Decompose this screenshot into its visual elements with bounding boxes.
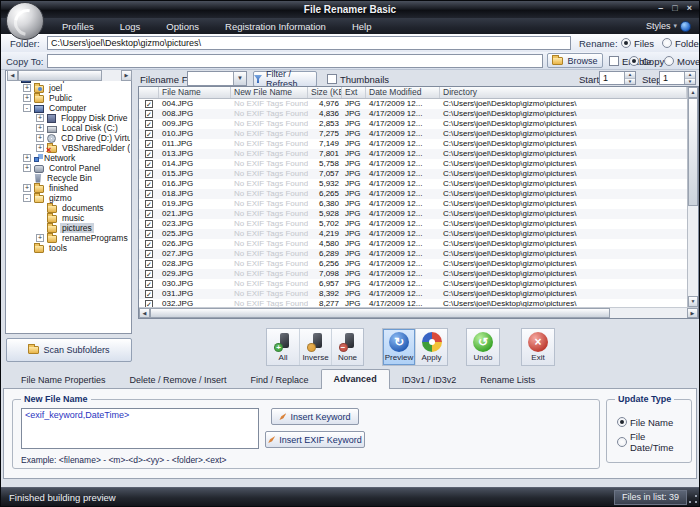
row-checkbox[interactable]: ✓ bbox=[145, 290, 153, 298]
column-header-checkbox[interactable] bbox=[139, 87, 159, 98]
browse-button[interactable]: Browse bbox=[547, 53, 603, 68]
tree-expand-toggle-icon[interactable]: - bbox=[23, 104, 31, 112]
scrollbar-thumb[interactable] bbox=[18, 70, 102, 81]
thumbnails-checkbox[interactable]: Thumbnails bbox=[327, 73, 389, 85]
filter-refresh-button[interactable]: Filter / Refresh bbox=[253, 71, 317, 87]
tree-item-cd-drive-d-virtualbox-guest[interactable]: +CD Drive (D:) VirtualBox Guest bbox=[8, 133, 130, 143]
row-checkbox[interactable]: ✓ bbox=[145, 280, 153, 288]
menu-item-help[interactable]: Help bbox=[339, 18, 385, 34]
tree-expand-toggle-icon[interactable]: + bbox=[23, 154, 31, 162]
table-row[interactable]: ✓032.JPGNo EXIF Tags Found8,277JPG4/17/2… bbox=[139, 299, 687, 307]
row-checkbox[interactable]: ✓ bbox=[145, 180, 153, 188]
exit-button[interactable]: ×Exit bbox=[522, 329, 554, 365]
row-checkbox[interactable]: ✓ bbox=[145, 110, 153, 118]
table-row[interactable]: ✓025.JPGNo EXIF Tags Found4,219JPG4/17/2… bbox=[139, 229, 687, 239]
table-row[interactable]: ✓008.JPGNo EXIF Tags Found4,836JPG4/17/2… bbox=[139, 109, 687, 119]
rename-folders-radio[interactable]: Folders bbox=[662, 37, 700, 49]
row-checkbox[interactable]: ✓ bbox=[145, 170, 153, 178]
tree-expand-toggle-icon[interactable]: + bbox=[23, 84, 31, 92]
table-row[interactable]: ✓027.JPGNo EXIF Tags Found6,289JPG4/17/2… bbox=[139, 249, 687, 259]
tab-rename-lists[interactable]: Rename Lists bbox=[468, 372, 547, 389]
row-checkbox[interactable]: ✓ bbox=[145, 200, 153, 208]
close-button[interactable]: × bbox=[687, 2, 692, 15]
scan-subfolders-button[interactable]: Scan Subfolders bbox=[6, 338, 132, 362]
title-bar[interactable]: File Renamer Basic – □ × bbox=[1, 1, 699, 18]
copy-to-input[interactable] bbox=[47, 54, 543, 68]
table-row[interactable]: ✓010.JPGNo EXIF Tags Found7,275JPG4/17/2… bbox=[139, 129, 687, 139]
column-header-ext[interactable]: Ext bbox=[342, 87, 366, 98]
row-checkbox[interactable]: ✓ bbox=[145, 250, 153, 258]
table-row[interactable]: ✓013.JPGNo EXIF Tags Found7,801JPG4/17/2… bbox=[139, 149, 687, 159]
tree-expand-toggle-icon[interactable]: + bbox=[23, 184, 31, 192]
tree-item-documents[interactable]: documents bbox=[8, 203, 130, 213]
none-button[interactable]: −None bbox=[331, 329, 363, 365]
tree-expand-toggle-icon[interactable]: + bbox=[23, 164, 31, 172]
row-checkbox[interactable]: ✓ bbox=[145, 220, 153, 228]
apply-button[interactable]: Apply bbox=[415, 329, 447, 365]
table-row[interactable]: ✓004.JPGNo EXIF Tags Found4,976JPG4/17/2… bbox=[139, 99, 687, 109]
spinner-buttons[interactable]: ▲▼ bbox=[624, 72, 635, 84]
tree-item-renameprograms[interactable]: +renamePrograms bbox=[8, 233, 130, 243]
update-type-file-name-radio[interactable]: File Name bbox=[617, 416, 673, 428]
combo-dropdown-icon[interactable]: ▼ bbox=[233, 72, 246, 85]
scroll-right-icon[interactable]: ▶ bbox=[121, 70, 132, 81]
column-header-file-name[interactable]: File Name bbox=[159, 87, 231, 98]
table-row[interactable]: ✓030.JPGNo EXIF Tags Found6,957JPG4/17/2… bbox=[139, 279, 687, 289]
row-checkbox[interactable]: ✓ bbox=[145, 210, 153, 218]
tree-item-finished[interactable]: +finished bbox=[8, 183, 130, 193]
scroll-left-icon[interactable]: ◀ bbox=[7, 70, 18, 81]
tree-expand-toggle-icon[interactable]: + bbox=[36, 124, 44, 132]
menu-item-logs[interactable]: Logs bbox=[107, 18, 154, 34]
table-vertical-scrollbar[interactable]: ▲ ▼ bbox=[687, 87, 698, 307]
scroll-right-icon[interactable]: ▶ bbox=[687, 308, 698, 318]
maximize-button[interactable]: □ bbox=[672, 2, 677, 15]
table-row[interactable]: ✓031.JPGNo EXIF Tags Found8,392JPG4/17/2… bbox=[139, 289, 687, 299]
tree-expand-toggle-icon[interactable]: + bbox=[23, 94, 31, 102]
insert-keyword-button[interactable]: Insert Keyword bbox=[271, 408, 359, 425]
tab-find-replace[interactable]: Find / Replace bbox=[239, 372, 321, 389]
preview-button[interactable]: ↻Preview bbox=[383, 329, 415, 365]
tree-item-gizmo[interactable]: -gizmo bbox=[8, 193, 130, 203]
minimize-button[interactable]: – bbox=[658, 2, 663, 15]
tree-item-public[interactable]: +Public bbox=[8, 93, 130, 103]
tree-expand-toggle-icon[interactable]: + bbox=[36, 234, 44, 242]
table-row[interactable]: ✓016.JPGNo EXIF Tags Found5,932JPG4/17/2… bbox=[139, 179, 687, 189]
tab-id3v1-id3v2[interactable]: ID3v1 / ID3v2 bbox=[390, 372, 469, 389]
menu-item-profiles[interactable]: Profiles bbox=[49, 18, 107, 34]
table-header-row[interactable]: File NameNew File NameSize (KB)ExtDate M… bbox=[139, 87, 687, 99]
row-checkbox[interactable]: ✓ bbox=[145, 150, 153, 158]
tree-item-floppy-disk-drive-a[interactable]: +Floppy Disk Drive (A:) bbox=[8, 113, 130, 123]
tree-item-computer[interactable]: -Computer bbox=[8, 103, 130, 113]
tree-item-tools[interactable]: tools bbox=[8, 243, 130, 253]
tree-item-joel[interactable]: +joel bbox=[8, 83, 130, 93]
table-row[interactable]: ✓026.JPGNo EXIF Tags Found4,580JPG4/17/2… bbox=[139, 239, 687, 249]
row-checkbox[interactable]: ✓ bbox=[145, 240, 153, 248]
table-row[interactable]: ✓014.JPGNo EXIF Tags Found5,758JPG4/17/2… bbox=[139, 159, 687, 169]
table-horizontal-scrollbar[interactable]: ◀ ▶ bbox=[139, 307, 698, 318]
update-type-file-datetime-radio[interactable]: File Date/Time bbox=[617, 436, 691, 448]
tree-item-vbsharedfolder-vboxsvr-z[interactable]: +VBSharedFolder (\\vboxsvr) (Z bbox=[8, 143, 130, 153]
tree-item-recycle-bin[interactable]: Recycle Bin bbox=[8, 173, 130, 183]
row-checkbox[interactable]: ✓ bbox=[145, 270, 153, 278]
resize-grip[interactable] bbox=[689, 495, 697, 503]
tree-item-music[interactable]: music bbox=[8, 213, 130, 223]
tab-advanced[interactable]: Advanced bbox=[321, 369, 390, 389]
undo-button[interactable]: ↺Undo bbox=[467, 329, 499, 365]
row-checkbox[interactable]: ✓ bbox=[145, 230, 153, 238]
folder-input[interactable] bbox=[47, 36, 571, 50]
column-header-directory[interactable]: Directory bbox=[440, 87, 687, 98]
row-checkbox[interactable]: ✓ bbox=[145, 140, 153, 148]
table-row[interactable]: ✓023.JPGNo EXIF Tags Found5,702JPG4/17/2… bbox=[139, 219, 687, 229]
new-file-name-input[interactable]: <exif_keyword,DateTime> bbox=[21, 408, 259, 449]
column-header-new-file-name[interactable]: New File Name bbox=[231, 87, 308, 98]
scroll-left-icon[interactable]: ◀ bbox=[139, 308, 150, 318]
tree-expand-toggle-icon[interactable]: + bbox=[36, 144, 44, 152]
menu-item-options[interactable]: Options bbox=[153, 18, 212, 34]
start-spinner[interactable]: 1 ▲▼ bbox=[599, 71, 636, 85]
table-row[interactable]: ✓009.JPGNo EXIF Tags Found2,853JPG4/17/2… bbox=[139, 119, 687, 129]
tab-delete-remove-insert[interactable]: Delete / Remove / Insert bbox=[118, 372, 239, 389]
filename-filter-combobox[interactable]: ▼ bbox=[187, 71, 247, 86]
table-row[interactable]: ✓021.JPGNo EXIF Tags Found5,928JPG4/17/2… bbox=[139, 209, 687, 219]
scrollbar-thumb[interactable] bbox=[150, 308, 610, 318]
menu-item-registration-information[interactable]: Registration Information bbox=[212, 18, 339, 34]
